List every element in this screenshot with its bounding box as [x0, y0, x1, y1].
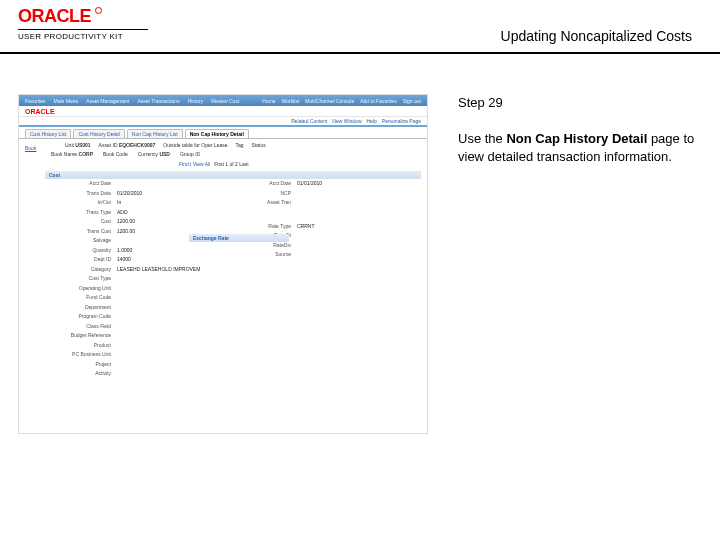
back-link: Book — [25, 145, 36, 151]
field-row: Cost Type — [39, 274, 219, 284]
field-row: Department — [39, 303, 219, 313]
oracle-app-logo: ORACLE — [25, 108, 55, 115]
util-link: New Window — [332, 118, 361, 124]
field-row: Class Field — [39, 322, 219, 332]
embedded-screenshot: Favorites Main Menu Asset Management Ass… — [18, 94, 428, 434]
info-row-2: Book Name CORP Book Code Currency USD Gr… — [19, 149, 427, 159]
field-row: Program Code — [39, 312, 219, 322]
nav-item: Main Menu — [54, 98, 79, 104]
instruction-text: Use the Non Cap History Detail page to v… — [458, 130, 702, 166]
field-row: Project — [39, 360, 219, 370]
tab-non-cap-history-detail: Non Cap History Detail — [185, 129, 249, 138]
field-row: NCP — [219, 189, 409, 199]
field-row: Acct Date01/01/2010 — [219, 179, 409, 189]
field-row: Activity — [39, 369, 219, 379]
info-row-1: Unit US001 Asset ID EQOEHCK0007 Outside … — [19, 139, 427, 149]
nav-item: Favorites — [25, 98, 46, 104]
util-link: Personalize Page — [382, 118, 421, 124]
left-column: Acct DateTrans Date01/20/2010In/OutInTra… — [39, 179, 219, 379]
tab-cost-history-detail: Cost History Detail — [73, 129, 124, 138]
section-exchange-rate: Exchange Rate — [189, 234, 289, 242]
field-row: Acct Date — [39, 179, 219, 189]
util-link: Related Content — [291, 118, 327, 124]
field-row: Budget Reference — [39, 331, 219, 341]
section-cost: Cost — [45, 171, 421, 179]
nav-item: Home — [262, 98, 275, 104]
field-row: Fund Code — [39, 293, 219, 303]
nav-item: MultiChannel Console — [305, 98, 354, 104]
brand-row: ORACLE — [19, 106, 427, 117]
page-tabs: Cost History List Cost History Detail No… — [19, 127, 427, 139]
oracle-logo: ORACLE — [18, 6, 91, 26]
field-row: Quantity1.0000 — [39, 246, 219, 256]
field-row: Product — [39, 341, 219, 351]
nav-item: Asset Management — [86, 98, 129, 104]
field-row: Asset Tran — [219, 198, 409, 208]
oracle-logo-block: ORACLE USER PRODUCTIVITY KIT — [18, 6, 158, 41]
logo-divider — [18, 29, 148, 30]
page-title: Updating Noncapitalized Costs — [501, 28, 692, 44]
instruction-panel: Step 29 Use the Non Cap History Detail p… — [458, 94, 702, 167]
util-link: Help — [367, 118, 377, 124]
tab-cost-history-list: Cost History List — [25, 129, 71, 138]
nav-item: Asset Transactions — [137, 98, 179, 104]
nav-item: History — [188, 98, 204, 104]
oracle-dot-icon — [95, 7, 102, 14]
content-area: Favorites Main Menu Asset Management Ass… — [18, 94, 702, 522]
find-row: Find | View All First 1 of 2 Last — [19, 159, 427, 169]
nav-item: Sign out — [403, 98, 421, 104]
right-column: Acct Date01/01/2010NCPAsset TranRate Typ… — [219, 179, 409, 260]
step-label: Step 29 — [458, 94, 702, 112]
field-row: Trans Date01/20/2010 — [39, 189, 219, 199]
nav-item: Worklist — [282, 98, 300, 104]
field-row: PC Business Unit — [39, 350, 219, 360]
field-row: Source — [219, 250, 409, 260]
field-row: Cost1200.00 — [39, 217, 219, 227]
field-row: In/OutIn — [39, 198, 219, 208]
field-row: Rate TypeCRRNT — [219, 222, 409, 232]
nav-item: Review Cost — [211, 98, 239, 104]
utility-links: Related Content New Window Help Personal… — [19, 117, 427, 127]
nav-item: Add to Favorites — [360, 98, 396, 104]
upk-label: USER PRODUCTIVITY KIT — [18, 32, 158, 41]
page-header: ORACLE USER PRODUCTIVITY KIT Updating No… — [0, 0, 720, 54]
field-row: Dept ID14000 — [39, 255, 219, 265]
field-row: Operating Unit — [39, 284, 219, 294]
tab-non-cap-history-list: Non Cap History List — [127, 129, 183, 138]
app-topnav: Favorites Main Menu Asset Management Ass… — [19, 95, 427, 106]
field-row: Trans TypeADD — [39, 208, 219, 218]
detail-body: Acct DateTrans Date01/20/2010In/OutInTra… — [19, 179, 427, 419]
field-row: CategoryLEASEHD LEASEHOLD IMPROVEM — [39, 265, 219, 275]
